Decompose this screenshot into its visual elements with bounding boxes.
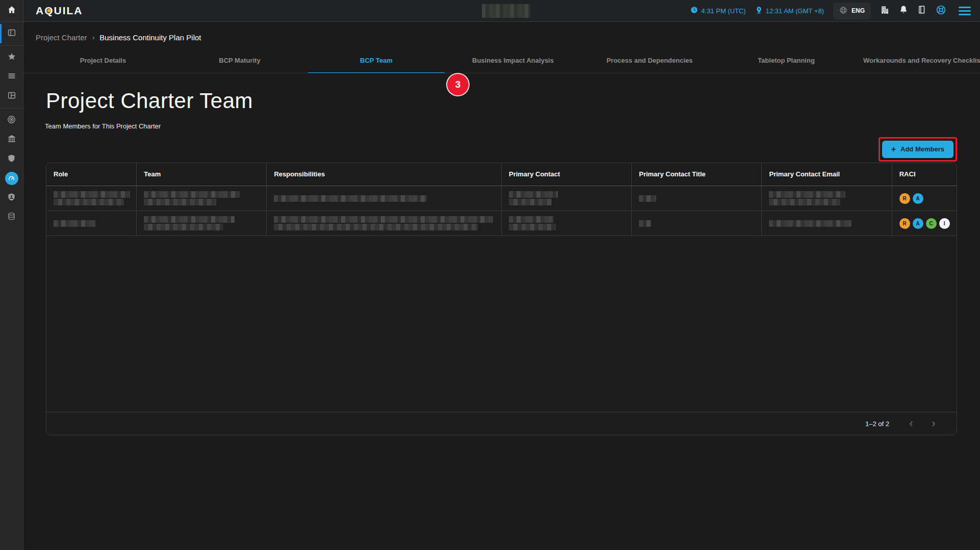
add-members-button[interactable]: + Add Members — [882, 141, 953, 158]
tab-tabletop-planning[interactable]: Tabletop Planning — [718, 51, 855, 73]
column-header-raci: RACI — [892, 163, 957, 186]
sidebar-item-security[interactable] — [0, 149, 23, 169]
sidebar-item-lists[interactable] — [0, 67, 23, 87]
clock-icon — [690, 6, 698, 15]
topbar-actions: 4:31 PM (UTC) 12:31 AM (GMT +8) ENG — [690, 3, 980, 19]
local-time-label: 12:31 AM (GMT +8) — [766, 7, 824, 15]
redacted-primary-contact — [509, 216, 554, 223]
menu-lines-icon — [7, 71, 16, 83]
table-empty-area — [46, 236, 957, 412]
redacted-responsibilities — [274, 224, 478, 230]
redacted-topbar-text — [482, 4, 530, 18]
redacted-team — [144, 216, 235, 223]
tab-business-impact-analysis[interactable]: Business Impact Analysis — [445, 51, 581, 73]
left-sidebar — [0, 22, 23, 550]
main-content: Project Charter › Business Continuity Pl… — [23, 22, 980, 550]
table-header-row: Role Team Responsibilities Primary Conta… — [46, 163, 957, 186]
breadcrumb-current: Business Continuity Plan Pilot — [99, 33, 201, 42]
raci-badge-a: A — [913, 193, 923, 204]
previous-page-button[interactable]: ‹ — [902, 415, 920, 432]
breadcrumb: Project Charter › Business Continuity Pl… — [23, 22, 980, 42]
breadcrumb-parent[interactable]: Project Charter — [36, 33, 87, 42]
tab-bcp-maturity[interactable]: BCP Maturity — [171, 51, 308, 73]
redacted-responsibilities — [274, 216, 493, 223]
tab-process-and-dependencies[interactable]: Process and Dependencies — [581, 51, 718, 73]
redacted-role — [54, 220, 95, 227]
next-page-button[interactable]: › — [925, 415, 942, 432]
redacted-role — [54, 199, 124, 205]
breadcrumb-separator-icon: › — [92, 34, 94, 41]
top-bar: AQUILA 4:31 PM (UTC) 12:31 AM (GMT +8) E… — [0, 0, 980, 22]
tab-project-details[interactable]: Project Details — [35, 51, 171, 73]
raci-badges: R A — [899, 193, 949, 204]
pagination-bar: 1–2 of 2 ‹ › — [46, 412, 957, 435]
target-icon — [7, 115, 16, 126]
utc-time: 4:31 PM (UTC) — [690, 6, 745, 15]
raci-badge-r: R — [899, 218, 910, 229]
home-button[interactable] — [0, 0, 23, 21]
redacted-primary-contact — [509, 191, 558, 198]
tab-workarounds-recovery-checklist[interactable]: Workarounds and Recovery Checklist — [855, 51, 980, 73]
life-ring-icon — [936, 5, 946, 17]
team-members-table-card: Role Team Responsibilities Primary Conta… — [46, 163, 957, 436]
redacted-primary-contact-email — [769, 220, 852, 227]
home-icon — [7, 5, 16, 16]
database-icon — [7, 212, 16, 223]
sidebar-item-risk-radar[interactable] — [0, 111, 23, 130]
layout-grid-icon — [7, 91, 16, 102]
main-menu-button[interactable] — [959, 7, 971, 15]
redacted-primary-contact — [509, 224, 556, 230]
column-header-team: Team — [137, 163, 267, 186]
redacted-primary-contact-title — [639, 220, 651, 227]
page-title: Project Charter Team — [46, 89, 980, 113]
table-row[interactable]: R A — [46, 186, 957, 211]
location-pin-icon — [755, 6, 763, 15]
team-members-table: Role Team Responsibilities Primary Conta… — [46, 163, 957, 237]
tab-bar: Project Details BCP Maturity BCP Team Bu… — [23, 51, 980, 73]
notifications-button[interactable] — [899, 5, 908, 16]
raci-badges: R A C I — [899, 218, 949, 229]
column-header-primary-contact-title: Primary Contact Title — [632, 163, 762, 186]
documentation-button[interactable] — [917, 5, 926, 16]
sidebar-item-user-access[interactable] — [0, 188, 23, 207]
book-icon — [917, 5, 926, 16]
logo-text-a: A — [36, 5, 44, 17]
sidebar-item-bcp-active[interactable] — [0, 169, 23, 188]
bell-icon — [899, 5, 908, 16]
column-header-primary-contact-email: Primary Contact Email — [762, 163, 892, 186]
sidebar-item-boards[interactable] — [0, 87, 23, 106]
shield-icon — [7, 154, 16, 165]
language-selector[interactable]: ENG — [833, 3, 871, 19]
redacted-primary-contact — [509, 199, 552, 205]
redacted-team — [144, 199, 216, 205]
bank-icon — [7, 134, 16, 145]
help-button[interactable] — [936, 5, 946, 17]
utc-time-label: 4:31 PM (UTC) — [701, 7, 745, 15]
sidebar-item-panels[interactable] — [0, 24, 23, 43]
language-label: ENG — [852, 7, 865, 14]
raci-badge-c: C — [926, 218, 937, 229]
annotation-highlight-box: + Add Members — [879, 137, 957, 162]
column-header-responsibilities: Responsibilities — [267, 163, 502, 186]
redacted-primary-contact-email — [769, 191, 845, 198]
tab-bcp-team[interactable]: BCP Team — [308, 51, 445, 73]
redacted-primary-contact-email — [769, 199, 840, 205]
user-shield-icon — [7, 193, 16, 203]
organization-button[interactable] — [880, 5, 890, 17]
add-members-label: Add Members — [900, 145, 944, 153]
raci-badge-i: I — [939, 218, 950, 229]
sidebar-item-data[interactable] — [0, 207, 23, 227]
table-row[interactable]: R A C I — [46, 211, 957, 236]
redacted-team — [144, 191, 240, 198]
table-toolbar: + Add Members — [23, 137, 980, 162]
gauge-icon — [5, 172, 18, 185]
column-header-primary-contact: Primary Contact — [501, 163, 631, 186]
raci-badge-a: A — [913, 218, 923, 229]
layout-sidebar-icon — [7, 28, 16, 39]
page-subtitle: Team Members for This Project Charter — [45, 122, 980, 130]
local-time: 12:31 AM (GMT +8) — [755, 6, 824, 15]
redacted-responsibilities — [274, 195, 427, 202]
sidebar-item-favorites[interactable] — [0, 48, 23, 67]
sidebar-item-governance[interactable] — [0, 130, 23, 149]
pagination-range-label: 1–2 of 2 — [865, 420, 889, 428]
